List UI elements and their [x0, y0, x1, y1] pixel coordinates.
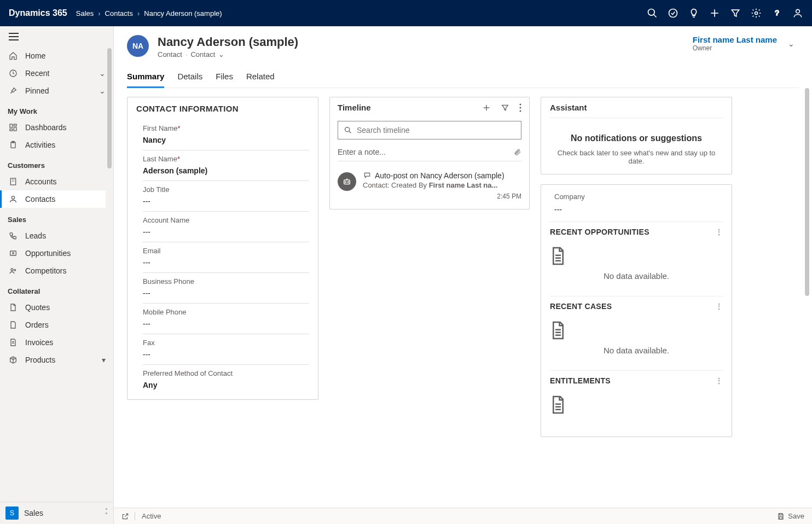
svg-rect-52 — [780, 516, 782, 519]
owner-label: Owner — [693, 44, 777, 52]
plus-icon[interactable] — [709, 8, 720, 19]
more-icon[interactable] — [519, 103, 521, 112]
sidebar-item-label: Pinned — [25, 86, 49, 95]
more-icon[interactable]: ⋮ — [715, 228, 723, 236]
sidebar-item-accounts[interactable]: Accounts — [0, 173, 113, 190]
task-icon[interactable] — [668, 8, 678, 19]
tab-details[interactable]: Details — [177, 67, 202, 88]
filter-icon[interactable] — [501, 103, 509, 112]
popout-icon[interactable] — [121, 513, 129, 520]
pin-icon — [8, 86, 19, 95]
sidebar-item-recent[interactable]: Recent ⌄ — [0, 65, 113, 82]
breadcrumb-item[interactable]: Contacts — [105, 9, 133, 18]
timeline-note[interactable]: Enter a note... — [338, 143, 521, 161]
breadcrumb-item[interactable]: Sales — [76, 9, 94, 18]
more-icon[interactable]: ⋮ — [715, 302, 723, 311]
lightbulb-icon[interactable] — [688, 8, 699, 19]
sidebar-item-opportunities[interactable]: Opportunities — [0, 244, 113, 262]
main: NA Nancy Aderson (sample) Contact · Cont… — [114, 26, 812, 524]
topnav-actions: ? — [647, 8, 803, 19]
top-nav: Dynamics 365 Sales › Contacts › Nancy Ad… — [0, 0, 812, 26]
person-icon[interactable] — [792, 8, 803, 19]
svg-text:?: ? — [775, 9, 779, 17]
svg-point-24 — [11, 196, 14, 199]
timeline-search-input[interactable] — [357, 126, 515, 135]
help-icon[interactable]: ? — [772, 8, 782, 19]
hamburger-button[interactable] — [0, 26, 113, 47]
sidebar-item-orders[interactable]: Orders — [0, 316, 113, 334]
field-value[interactable]: --- — [143, 350, 309, 359]
brand[interactable]: Dynamics 365 — [9, 8, 67, 18]
sidebar-item-activities[interactable]: Activities — [0, 136, 113, 154]
sidebar-scrollbar[interactable] — [106, 48, 113, 343]
bot-icon — [338, 172, 356, 191]
sidebar-item-products[interactable]: Products▾ — [0, 351, 113, 369]
field-value[interactable]: --- — [143, 197, 309, 206]
field-value[interactable]: --- — [143, 228, 309, 236]
content-scrollbar[interactable] — [803, 88, 811, 508]
filter-icon[interactable] — [730, 8, 741, 19]
save-button[interactable]: Save — [777, 512, 804, 520]
more-icon[interactable]: ⋮ — [715, 376, 723, 385]
chevron-down-icon: ⌄ — [99, 86, 106, 95]
sidebar-item-pinned[interactable]: Pinned ⌄ — [0, 82, 113, 100]
field-value[interactable]: Aderson (sample) — [143, 166, 309, 175]
sidebar-item-label: Home — [25, 51, 45, 60]
note-placeholder: Enter a note... — [338, 148, 386, 156]
paperclip-icon[interactable] — [514, 148, 521, 156]
timeline-item[interactable]: Auto-post on Nancy Aderson (sample) Cont… — [330, 167, 529, 209]
sidebar-item-leads[interactable]: Leads — [0, 227, 113, 244]
field[interactable]: Preferred Method of ContactAny — [143, 365, 309, 395]
svg-point-40 — [348, 182, 349, 183]
sidebar-item-dashboards[interactable]: Dashboards — [0, 119, 113, 136]
svg-point-35 — [520, 110, 521, 112]
field[interactable]: Business Phone--- — [143, 273, 309, 304]
field-value[interactable]: Any — [143, 381, 309, 389]
sidebar-item-label: Accounts — [25, 177, 57, 186]
field-value[interactable]: --- — [143, 289, 309, 298]
tab-files[interactable]: Files — [216, 67, 233, 88]
phone-icon — [8, 231, 19, 240]
tab-related[interactable]: Related — [246, 67, 275, 88]
gear-icon[interactable] — [751, 8, 762, 19]
company-value[interactable]: --- — [554, 205, 723, 214]
plus-icon[interactable] — [482, 103, 491, 112]
sidebar-item-label: Dashboards — [25, 123, 67, 132]
field-value[interactable]: Nancy — [143, 136, 309, 144]
svg-point-39 — [345, 182, 346, 183]
sidebar-item-label: Invoices — [25, 338, 53, 347]
field[interactable]: Last Name*Aderson (sample) — [143, 150, 309, 181]
field-value[interactable]: --- — [143, 258, 309, 267]
status-bar: Active Save — [114, 508, 812, 524]
timeline-search[interactable] — [338, 121, 521, 139]
svg-point-8 — [796, 9, 800, 13]
area-switcher[interactable]: S Sales ˄˅ — [0, 502, 113, 524]
svg-line-37 — [349, 131, 351, 133]
svg-point-5 — [755, 12, 758, 15]
tab-strip: Summary Details Files Related — [127, 67, 799, 88]
field[interactable]: Job Title--- — [143, 181, 309, 212]
sidebar-item-invoices[interactable]: Invoices — [0, 334, 113, 351]
chevron-down-icon: ⌄ — [99, 69, 106, 78]
chevron-down-icon: ⌄ — [788, 39, 794, 48]
field[interactable]: Account Name--- — [143, 212, 309, 242]
form-selector[interactable]: Contact — [190, 50, 215, 59]
field[interactable]: Email--- — [143, 242, 309, 273]
section-title: RECENT CASES — [550, 302, 612, 311]
sidebar-item-label: Competitors — [25, 266, 66, 275]
owner-block[interactable]: First name Last name Owner ⌄ — [693, 35, 799, 52]
tab-summary[interactable]: Summary — [127, 67, 164, 88]
sidebar-item-contacts[interactable]: Contacts — [0, 190, 113, 208]
sidebar-item-competitors[interactable]: Competitors — [0, 262, 113, 280]
breadcrumb-item[interactable]: Nancy Aderson (sample) — [144, 9, 222, 18]
sidebar-item-home[interactable]: Home — [0, 47, 113, 65]
sidebar-item-quotes[interactable]: Quotes — [0, 299, 113, 316]
timeline-item-line2: Contact: Created By — [363, 181, 429, 189]
field-value[interactable]: --- — [143, 319, 309, 328]
field[interactable]: Fax--- — [143, 334, 309, 365]
field[interactable]: Mobile Phone--- — [143, 304, 309, 334]
svg-rect-16 — [10, 129, 13, 131]
field[interactable]: First Name*Nancy — [143, 120, 309, 150]
chevron-right-icon: › — [137, 9, 140, 18]
search-icon[interactable] — [647, 8, 658, 19]
